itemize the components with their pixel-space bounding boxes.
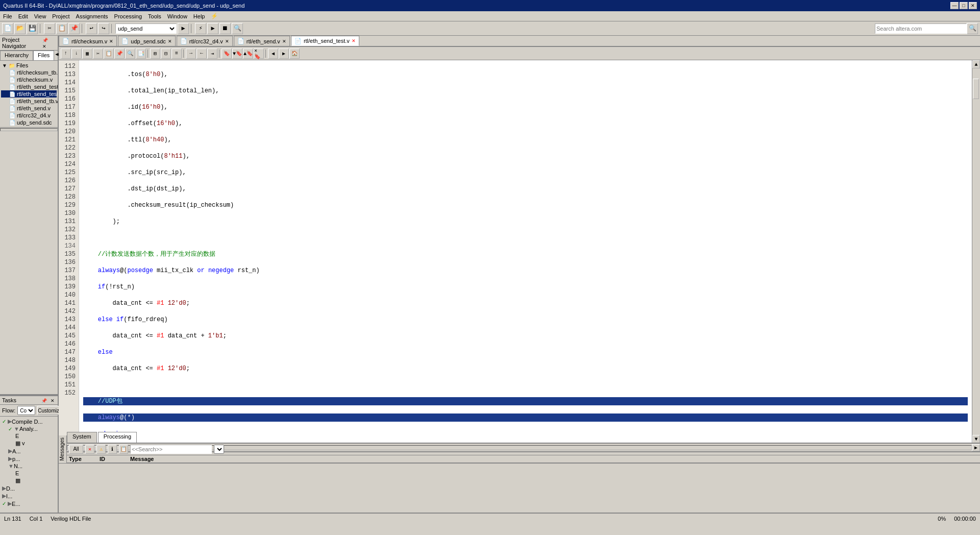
- tab-close-1[interactable]: ✕: [109, 39, 113, 44]
- msg-warning-button[interactable]: ⚠: [96, 445, 106, 454]
- msg-clear-button[interactable]: ✕: [85, 445, 94, 454]
- ed-btn-12[interactable]: →: [186, 48, 196, 59]
- ed-btn-3[interactable]: ▦: [82, 48, 92, 59]
- ed-btn-6[interactable]: 📌: [114, 48, 125, 59]
- menu-item-window[interactable]: Window: [164, 12, 190, 20]
- tree-file-eth-send[interactable]: 📄 rtl/eth_send.v: [1, 105, 57, 112]
- side-tab-messages[interactable]: Messages: [59, 435, 66, 463]
- vertical-scrollbar[interactable]: ▲ ▼: [972, 60, 980, 443]
- ed-btn-7[interactable]: 🔍: [125, 48, 135, 59]
- left-panel-scrollbar[interactable]: [0, 127, 58, 131]
- tree-file-crc32[interactable]: 📄 rtl/crc32_d4.v: [1, 112, 57, 119]
- entity-combo[interactable]: udp_send: [115, 23, 177, 34]
- task-expand-compile[interactable]: ▶: [8, 418, 12, 425]
- task-expand-a[interactable]: ▶: [8, 448, 12, 454]
- task-v1[interactable]: ▦ v: [1, 440, 57, 447]
- ed-btn-5[interactable]: 📋: [104, 48, 114, 59]
- task-i[interactable]: ▶ I...: [1, 492, 57, 500]
- tab-close-3[interactable]: ✕: [225, 39, 229, 44]
- msg-info-button[interactable]: ℹ: [108, 445, 117, 454]
- tab-eth-send[interactable]: 📄 rtl/eth_send.v ✕: [234, 36, 290, 46]
- task-ex[interactable]: ✓ ▶ E...: [1, 500, 57, 507]
- ed-btn-1[interactable]: ↑: [61, 48, 71, 59]
- tree-file-checksum-tb[interactable]: 📄 rtl/checksum_tb.v: [1, 69, 57, 76]
- msg-all-button[interactable]: All: [69, 445, 83, 454]
- tab-close-4[interactable]: ✕: [282, 39, 286, 44]
- tab-close-2[interactable]: ✕: [168, 39, 172, 44]
- paste-button[interactable]: 📌: [68, 23, 80, 34]
- search-input[interactable]: [875, 23, 967, 34]
- ed-btn-nav1[interactable]: ◀: [268, 48, 278, 59]
- msg-note-button[interactable]: 📋: [119, 445, 128, 454]
- search-button[interactable]: 🔍: [967, 23, 978, 34]
- compile-button[interactable]: ⚡: [195, 23, 206, 34]
- task-analyze[interactable]: ✓ ▼ Analy...: [1, 425, 57, 432]
- msg-search-input[interactable]: [130, 445, 212, 454]
- task-e1[interactable]: E: [1, 432, 57, 440]
- tab-processing[interactable]: Processing: [98, 432, 137, 443]
- task-expand-d[interactable]: ▶: [2, 485, 6, 492]
- tab-eth-send-test[interactable]: 📄 rtl/eth_send_test.v ✕: [291, 36, 359, 46]
- menu-item-tools[interactable]: Tools: [145, 12, 164, 20]
- scroll-thumb[interactable]: [973, 79, 979, 99]
- task-expand-i[interactable]: ▶: [2, 493, 6, 499]
- menu-item-⚡[interactable]: ⚡: [208, 12, 221, 20]
- ed-btn-13[interactable]: ←: [197, 48, 207, 59]
- tree-file-checksum[interactable]: 📄 rtl/checksum.v: [1, 76, 57, 83]
- task-a[interactable]: ▶ A...: [1, 447, 57, 455]
- ed-btn-11[interactable]: ≡: [172, 48, 182, 59]
- tab-files[interactable]: Files: [33, 51, 54, 60]
- ed-btn-bm1[interactable]: 🔖: [222, 48, 232, 59]
- new-button[interactable]: 📄: [2, 23, 13, 34]
- msg-filter-combo[interactable]: ▼: [214, 445, 224, 454]
- redo-button[interactable]: ↪: [98, 23, 109, 34]
- task-expand-analyze[interactable]: ▼: [14, 426, 19, 432]
- tab-udp-sdc[interactable]: 📄 udp_send.sdc ✕: [118, 36, 176, 46]
- tree-file-udp-sdc[interactable]: 📄 udp_send.sdc: [1, 119, 57, 126]
- task-compile[interactable]: ✓ ▶ Compile D...: [1, 418, 57, 425]
- maximize-button[interactable]: □: [960, 2, 968, 9]
- menu-item-view[interactable]: View: [31, 12, 50, 20]
- tab-checksum-v[interactable]: 📄 rtl/checksum.v ✕: [59, 36, 117, 46]
- undo-button[interactable]: ↩: [86, 23, 97, 34]
- start-button[interactable]: ▶: [207, 23, 218, 34]
- tree-file-eth-send-test-tb[interactable]: 📄 rtl/eth_send_test_tb: [1, 83, 57, 90]
- close-button[interactable]: ✕: [969, 2, 977, 9]
- tasks-close-button[interactable]: ✕: [50, 398, 56, 403]
- ed-btn-4[interactable]: ✂: [93, 48, 103, 59]
- flow-combo[interactable]: Co: [17, 406, 35, 415]
- ed-btn-9[interactable]: ⊞: [150, 48, 160, 59]
- ed-btn-nav2[interactable]: ▶: [279, 48, 289, 59]
- tab-system[interactable]: System: [67, 432, 97, 443]
- tab-close-5[interactable]: ✕: [352, 38, 356, 43]
- scroll-track[interactable]: [972, 68, 980, 435]
- ed-btn-2[interactable]: ↓: [71, 48, 82, 59]
- menu-item-project[interactable]: Project: [49, 12, 72, 20]
- task-p[interactable]: ▶ p...: [1, 455, 57, 463]
- task-n[interactable]: ▼ N...: [1, 463, 57, 470]
- ed-btn-14[interactable]: ⇥: [207, 48, 217, 59]
- go-button[interactable]: ▶: [178, 23, 189, 34]
- ed-btn-bm2[interactable]: ▼🔖: [232, 48, 242, 59]
- task-v2[interactable]: ▦: [1, 477, 57, 484]
- menu-item-assignments[interactable]: Assignments: [73, 12, 111, 20]
- minimize-button[interactable]: —: [950, 2, 959, 9]
- ed-btn-10[interactable]: ⊟: [161, 48, 171, 59]
- menu-item-edit[interactable]: Edit: [15, 12, 31, 20]
- ed-btn-bm3[interactable]: ▲🔖: [243, 48, 253, 59]
- tree-file-eth-send-test[interactable]: 📄 rtl/eth_send_test.v: [1, 90, 57, 98]
- stop-button[interactable]: ⏹: [219, 23, 231, 34]
- tab-hierarchy[interactable]: Hierarchy: [0, 51, 33, 60]
- task-expand-n[interactable]: ▼: [8, 463, 14, 469]
- tasks-pin-button[interactable]: 📌: [40, 398, 48, 403]
- nav-pin-button[interactable]: 📌: [41, 38, 49, 43]
- tab-crc32[interactable]: 📄 rtl/crc32_d4.v ✕: [177, 36, 233, 46]
- ed-btn-8[interactable]: 📑: [136, 48, 146, 59]
- tree-file-eth-send-tb[interactable]: 📄 rtl/eth_send_tb.v: [1, 98, 57, 105]
- open-button[interactable]: 📂: [14, 23, 26, 34]
- task-d[interactable]: ▶ D...: [1, 484, 57, 492]
- menu-item-help[interactable]: Help: [190, 12, 208, 20]
- code-editor[interactable]: .tos(8'h0), .total_len(ip_total_len), .i…: [79, 60, 972, 443]
- tree-item-files[interactable]: ▼ 📁 Files: [1, 62, 57, 69]
- analyze-button[interactable]: 🔍: [232, 23, 243, 34]
